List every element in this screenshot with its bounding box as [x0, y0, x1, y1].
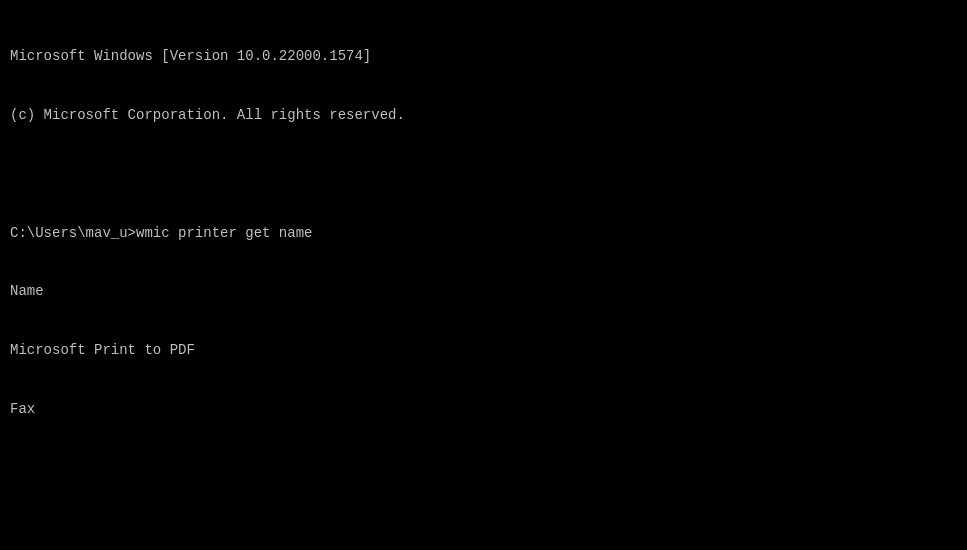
- terminal-line-5: Name: [10, 282, 957, 302]
- terminal-line-2: (c) Microsoft Corporation. All rights re…: [10, 106, 957, 126]
- terminal-line-6: Microsoft Print to PDF: [10, 341, 957, 361]
- terminal-empty-3: [10, 517, 957, 537]
- terminal-line-7: Fax: [10, 400, 957, 420]
- terminal-window: Microsoft Windows [Version 10.0.22000.15…: [10, 8, 957, 550]
- terminal-empty-1: [10, 165, 957, 185]
- terminal-empty-2: [10, 459, 957, 479]
- terminal-line-4: C:\Users\mav_u>wmic printer get name: [10, 224, 957, 244]
- terminal-line-1: Microsoft Windows [Version 10.0.22000.15…: [10, 47, 957, 67]
